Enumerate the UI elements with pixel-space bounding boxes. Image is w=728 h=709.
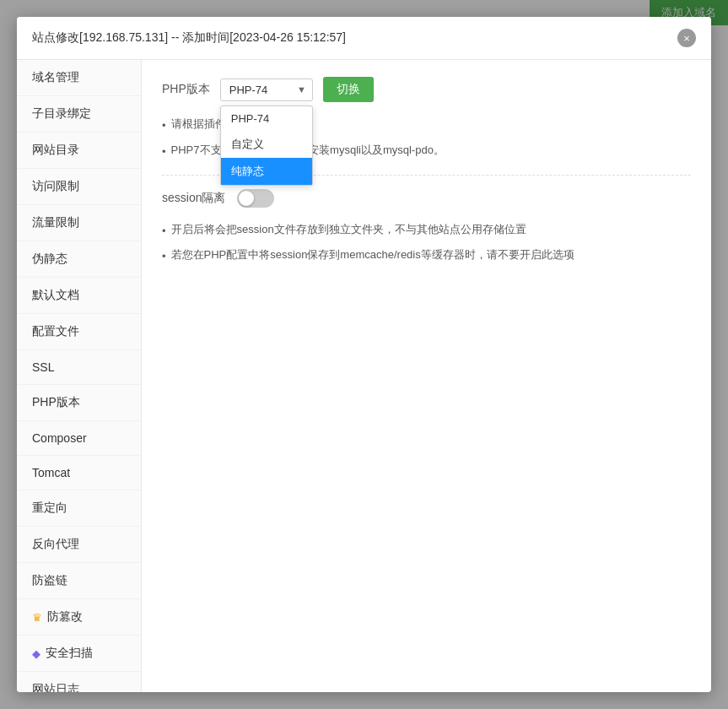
crown-icon: ♛ [32, 611, 42, 624]
bullet-icon-3: • [162, 223, 166, 241]
modal-header: 站点修改[192.168.75.131] -- 添加时间[2023-04-26 … [17, 17, 711, 60]
sidebar-item-hotlink[interactable]: 防盗链 [17, 563, 141, 599]
sidebar: 域名管理 子目录绑定 网站目录 访问限制 流量限制 伪静态 默认文档 配置文件 [17, 60, 142, 692]
php-select-wrapper: PHP-74 自定义 纯静态 ▼ PHP-74 自定义 纯静态 [220, 78, 313, 101]
dropdown-item-php74[interactable]: PHP-74 [221, 106, 312, 131]
bullet-icon-4: • [162, 248, 166, 266]
bullet-icon: • [162, 117, 166, 135]
sidebar-item-default-doc[interactable]: 默认文档 [17, 278, 141, 314]
modal-dialog: 站点修改[192.168.75.131] -- 添加时间[2023-04-26 … [17, 17, 711, 692]
modal-title: 站点修改[192.168.75.131] -- 添加时间[2023-04-26 … [32, 30, 346, 46]
modal-body: 域名管理 子目录绑定 网站目录 访问限制 流量限制 伪静态 默认文档 配置文件 [17, 60, 711, 692]
sidebar-item-access-log[interactable]: 网站日志 [17, 672, 141, 692]
php-version-row: PHP版本 PHP-74 自定义 纯静态 ▼ PHP-74 自定义 纯静态 [162, 77, 691, 102]
sidebar-item-domain[interactable]: 域名管理 [17, 60, 141, 96]
sidebar-item-anti-tamper[interactable]: ♛ 防篡改 [17, 599, 141, 636]
sidebar-item-tomcat[interactable]: Tomcat [17, 456, 141, 490]
sidebar-item-access[interactable]: 访问限制 [17, 169, 141, 205]
sidebar-item-subdir[interactable]: 子目录绑定 [17, 96, 141, 133]
sidebar-item-composer[interactable]: Composer [17, 421, 141, 456]
sidebar-item-webroot[interactable]: 网站目录 [17, 133, 141, 169]
dropdown-item-custom[interactable]: 自定义 [221, 131, 312, 158]
sidebar-item-php-ver[interactable]: PHP版本 [17, 385, 141, 421]
close-button[interactable]: × [677, 29, 696, 47]
sidebar-item-redirect[interactable]: 重定向 [17, 490, 141, 527]
dropdown-item-static[interactable]: 纯静态 [221, 158, 312, 185]
main-content: PHP版本 PHP-74 自定义 纯静态 ▼ PHP-74 自定义 纯静态 [142, 60, 711, 692]
session-note-1: • 开启后将会把session文件存放到独立文件夹，不与其他站点公用存储位置 [162, 221, 691, 241]
session-row: session隔离 [162, 189, 691, 208]
sidebar-item-ssl[interactable]: SSL [17, 350, 141, 385]
bullet-icon-2: • [162, 143, 166, 161]
switch-button[interactable]: 切换 [323, 77, 374, 102]
session-notes: • 开启后将会把session文件存放到独立文件夹，不与其他站点公用存储位置 •… [162, 221, 691, 267]
sidebar-item-pseudo[interactable]: 伪静态 [17, 241, 141, 278]
php-version-label: PHP版本 [162, 82, 210, 97]
session-toggle[interactable] [237, 189, 274, 208]
sidebar-item-traffic[interactable]: 流量限制 [17, 205, 141, 241]
session-note-2: • 若您在PHP配置中将session保存到memcache/redis等缓存器… [162, 246, 691, 266]
sidebar-item-config[interactable]: 配置文件 [17, 314, 141, 350]
php-dropdown-menu[interactable]: PHP-74 自定义 纯静态 [220, 106, 313, 186]
session-label: session隔离 [162, 191, 225, 206]
php-version-select[interactable]: PHP-74 自定义 纯静态 [220, 78, 313, 101]
diamond-icon: ◆ [32, 647, 40, 660]
toggle-knob [239, 191, 254, 206]
sidebar-item-reverse-proxy[interactable]: 反向代理 [17, 527, 141, 563]
sidebar-item-security-scan[interactable]: ◆ 安全扫描 [17, 636, 141, 672]
